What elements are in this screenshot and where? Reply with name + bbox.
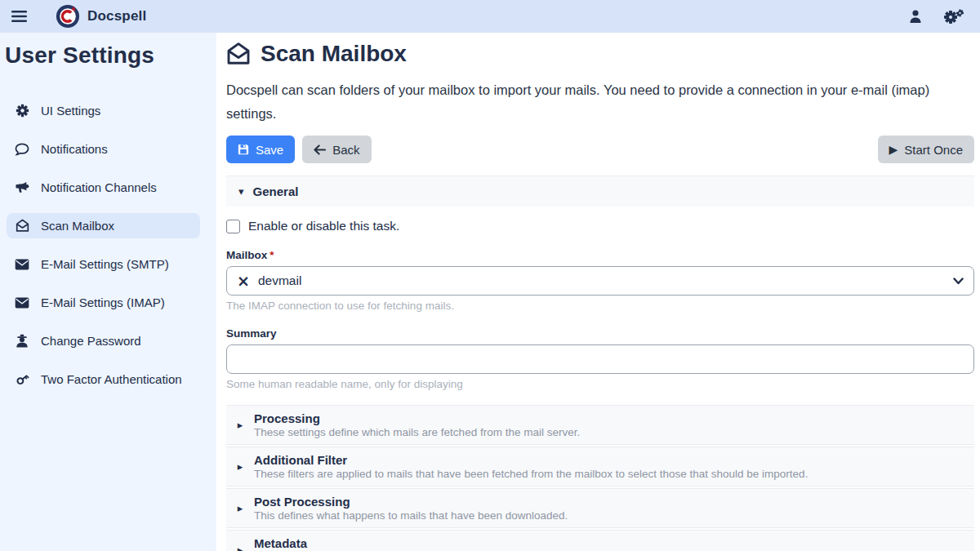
enable-task-checkbox[interactable] — [226, 220, 240, 233]
sidebar-item-email-imap[interactable]: E-Mail Settings (IMAP) — [7, 290, 200, 315]
page-title: Scan Mailbox — [226, 41, 974, 67]
comment-icon — [14, 143, 30, 156]
caret-right-icon: ▸ — [226, 460, 254, 473]
mailbox-select[interactable]: × devmail — [226, 266, 974, 295]
collapsed-sections: ▸ Processing These settings define which… — [226, 405, 974, 551]
save-button-label: Save — [256, 143, 283, 157]
envelope-open-icon — [226, 42, 251, 66]
section-title: Post Processing — [254, 495, 568, 509]
summary-input[interactable] — [226, 344, 974, 374]
sidebar-item-label: E-Mail Settings (SMTP) — [41, 257, 169, 271]
start-once-button-label: Start Once — [904, 143, 963, 157]
toolbar: Save Back ▶ Start Once — [226, 136, 974, 163]
sidebar-item-ui-settings[interactable]: UI Settings — [7, 98, 200, 123]
key-icon — [14, 372, 30, 386]
section-post-processing[interactable]: ▸ Post Processing This defines what happ… — [226, 488, 974, 528]
sidebar-item-scan-mailbox[interactable]: Scan Mailbox — [7, 213, 200, 238]
section-title: Processing — [254, 411, 580, 425]
caret-right-icon: ▸ — [226, 502, 254, 514]
user-secret-icon — [14, 334, 30, 348]
sidebar-item-label: UI Settings — [41, 104, 100, 118]
app-brand[interactable]: Docspell — [56, 4, 146, 29]
mailbox-help-text: The IMAP connection to use for fetching … — [226, 300, 974, 312]
bullhorn-icon — [14, 181, 30, 194]
sidebar-item-notification-channels[interactable]: Notification Channels — [7, 175, 200, 200]
section-processing[interactable]: ▸ Processing These settings define which… — [226, 405, 974, 445]
top-navbar: Docspell — [0, 0, 980, 33]
page-title-text: Scan Mailbox — [261, 41, 407, 67]
section-description: These settings define which mails are fe… — [254, 426, 580, 438]
general-section-label: General — [253, 184, 299, 198]
back-button[interactable]: Back — [302, 136, 371, 163]
enable-task-row[interactable]: Enable or disable this task. — [226, 219, 974, 233]
enable-task-label: Enable or disable this task. — [248, 219, 399, 233]
sidebar-item-notifications[interactable]: Notifications — [7, 136, 200, 162]
sidebar-item-label: Change Password — [41, 334, 141, 348]
chevron-down-icon — [953, 278, 964, 285]
section-additional-filter[interactable]: ▸ Additional Filter These filters are ap… — [226, 447, 974, 487]
user-account-icon[interactable] — [908, 9, 923, 24]
summary-field-label: Summary — [226, 327, 974, 340]
section-title: Additional Filter — [254, 453, 808, 467]
envelope-icon — [14, 297, 30, 309]
page-description: Docspell can scan folders of your mailbo… — [226, 78, 961, 126]
sidebar-menu: UI Settings Notifications Notification C… — [0, 91, 216, 398]
sidebar-item-change-password[interactable]: Change Password — [7, 328, 200, 353]
section-metadata[interactable]: ▸ Metadata Define metadata that should b… — [226, 530, 974, 551]
docspell-logo-icon — [56, 4, 80, 29]
required-marker: * — [270, 249, 274, 261]
envelope-open-icon — [14, 219, 30, 233]
app-title: Docspell — [87, 8, 146, 24]
section-title: Metadata — [254, 536, 609, 550]
caret-right-icon: ▸ — [226, 544, 254, 551]
sidebar-item-label: E-Mail Settings (IMAP) — [41, 295, 165, 309]
caret-right-icon: ▸ — [226, 419, 254, 431]
arrow-left-icon — [314, 144, 326, 155]
settings-sidebar: User Settings UI Settings — [0, 33, 216, 551]
section-description: These filters are applied to mails that … — [254, 468, 808, 480]
floppy-disk-icon — [238, 144, 249, 155]
sidebar-item-label: Notification Channels — [41, 180, 157, 194]
sidebar-item-label: Notifications — [41, 142, 108, 156]
main-content: Scan Mailbox Docspell can scan folders o… — [216, 33, 980, 551]
sidebar-item-two-factor[interactable]: Two Factor Authentication — [7, 367, 200, 392]
clear-selection-icon[interactable]: × — [237, 273, 250, 289]
sidebar-item-email-smtp[interactable]: E-Mail Settings (SMTP) — [7, 251, 200, 277]
section-description: This defines what happens to mails that … — [254, 509, 568, 522]
mailbox-selected-value: devmail — [258, 273, 301, 288]
caret-down-icon: ▾ — [238, 185, 244, 198]
hamburger-menu-icon[interactable] — [0, 10, 38, 23]
gears-settings-icon[interactable] — [944, 9, 964, 24]
general-section-header[interactable]: ▾ General — [226, 176, 974, 207]
save-button[interactable]: Save — [226, 136, 295, 163]
sidebar-item-label: Two Factor Authentication — [41, 372, 182, 386]
start-once-button[interactable]: ▶ Start Once — [878, 136, 974, 163]
back-button-label: Back — [332, 143, 359, 157]
envelope-icon — [14, 259, 30, 270]
sidebar-item-label: Scan Mailbox — [41, 219, 114, 233]
summary-help-text: Some human readable name, only for displ… — [226, 378, 974, 390]
play-icon: ▶ — [889, 143, 898, 156]
sidebar-title: User Settings — [0, 39, 216, 69]
gear-icon — [14, 104, 30, 118]
mailbox-field-label: Mailbox* — [226, 249, 974, 261]
